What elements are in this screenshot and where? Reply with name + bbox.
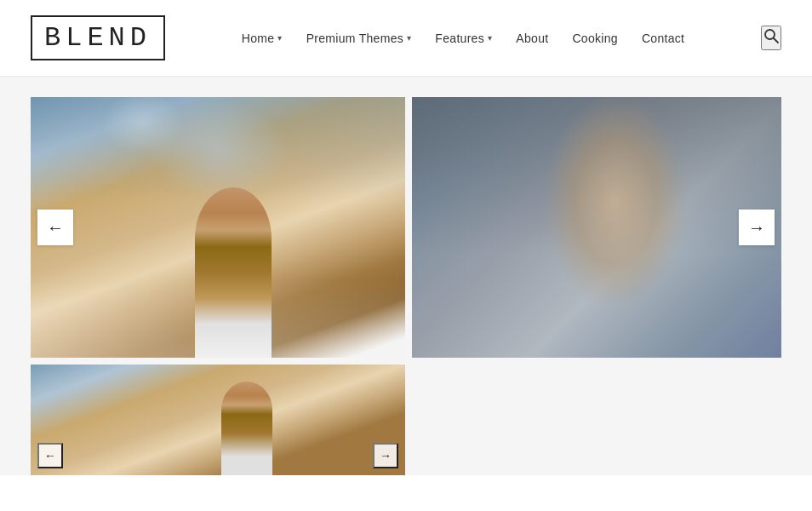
search-icon	[763, 27, 780, 44]
main-content: ← → ← →	[0, 77, 812, 475]
nav-item-contact[interactable]: Contact	[642, 32, 684, 45]
thumb-next-button[interactable]: →	[373, 443, 398, 468]
thumb-prev-button[interactable]: ←	[37, 443, 63, 468]
svg-line-1	[774, 38, 778, 43]
nav-label-premium-themes: Premium Themes	[306, 32, 403, 45]
search-button[interactable]	[761, 26, 781, 50]
nav-label-contact: Contact	[642, 32, 684, 45]
gallery-prev-button[interactable]: ←	[37, 210, 73, 245]
gallery-thumb-row: ← →	[31, 365, 781, 475]
chevron-down-icon: ▾	[277, 33, 282, 43]
nav-label-home: Home	[242, 32, 275, 45]
nav-item-premium-themes[interactable]: Premium Themes ▾	[306, 32, 412, 45]
chevron-down-icon: ▾	[488, 33, 492, 43]
nav-item-features[interactable]: Features ▾	[435, 32, 492, 45]
gallery-image-fashion	[412, 97, 781, 358]
nav-label-cooking: Cooking	[572, 32, 617, 45]
gallery-image-travel	[31, 97, 405, 358]
nav-item-home[interactable]: Home ▾	[242, 32, 283, 45]
gallery-wrapper: ← → ← →	[31, 97, 781, 475]
gallery-next-button[interactable]: →	[739, 210, 775, 245]
chevron-down-icon: ▾	[407, 33, 411, 43]
site-logo[interactable]: BLEND	[31, 15, 165, 60]
main-nav: Home ▾ Premium Themes ▾ Features ▾ About…	[242, 32, 684, 45]
nav-label-features: Features	[435, 32, 484, 45]
gallery-thumb-empty	[412, 365, 781, 475]
nav-item-cooking[interactable]: Cooking	[572, 32, 617, 45]
nav-label-about: About	[516, 32, 548, 45]
gallery-thumb-travel: ← →	[31, 365, 405, 475]
nav-item-about[interactable]: About	[516, 32, 548, 45]
svg-point-0	[765, 30, 775, 39]
site-header: BLEND Home ▾ Premium Themes ▾ Features ▾…	[0, 0, 812, 77]
gallery-top-row	[31, 97, 781, 358]
